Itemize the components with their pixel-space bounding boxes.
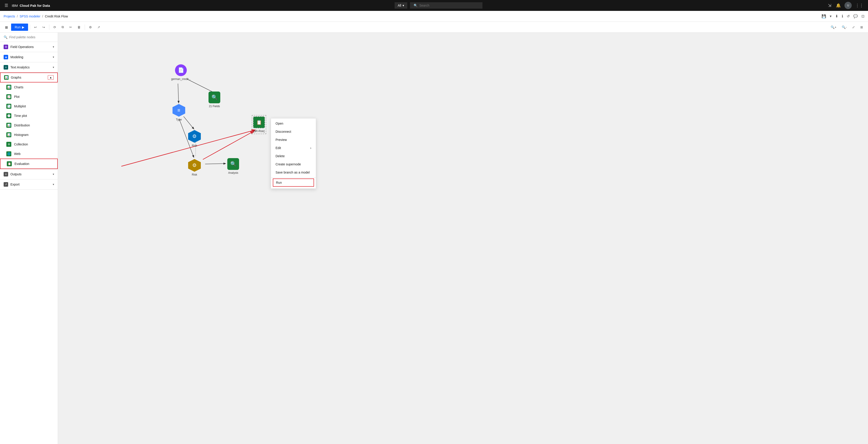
node-risk1-label: Risk bbox=[192, 144, 197, 147]
zoom-in-button[interactable]: 🔍+ bbox=[828, 24, 839, 30]
context-menu-create-supernode[interactable]: Create supernode bbox=[271, 160, 316, 168]
node-sr-risk-shape: 📋 bbox=[253, 116, 265, 128]
search-input[interactable] bbox=[419, 4, 465, 7]
context-menu-run[interactable]: Run bbox=[273, 178, 314, 187]
multiplot-label: Multiplot bbox=[14, 105, 26, 108]
context-menu-disconnect[interactable]: Disconnect bbox=[271, 127, 316, 136]
sidebar-section-modeling: ◈ Modeling ▾ bbox=[0, 52, 58, 62]
svg-line-0 bbox=[178, 84, 179, 103]
outputs-header[interactable]: ≡ Outputs ▾ bbox=[0, 169, 58, 179]
run-label: Run bbox=[15, 25, 21, 29]
node-risk2[interactable]: ⚙ Risk bbox=[188, 159, 201, 176]
search-palette[interactable]: 🔍 bbox=[0, 33, 58, 42]
distribution-icon: 📊 bbox=[6, 123, 11, 128]
node-risk1[interactable]: ⚙ Risk bbox=[188, 130, 201, 147]
sidebar-item-multiplot[interactable]: 📉 Multiplot bbox=[0, 101, 58, 111]
run-button[interactable]: Run ▶ bbox=[11, 24, 28, 31]
redo-button[interactable]: ↪ bbox=[40, 24, 47, 30]
collection-label: Collection bbox=[14, 143, 28, 146]
context-menu-preview[interactable]: Preview bbox=[271, 136, 316, 144]
node-21fields[interactable]: 🔍 21 Fields bbox=[209, 91, 220, 108]
switch-icon[interactable]: ⇲ bbox=[827, 2, 832, 9]
cut-button[interactable]: ✂ bbox=[67, 24, 74, 30]
field-operations-header[interactable]: ⚙ Field Operations ▾ bbox=[0, 42, 58, 52]
run-play-icon: ▶ bbox=[22, 25, 25, 29]
export-button[interactable]: ↗ bbox=[95, 24, 102, 30]
node-sr-risk[interactable]: 📋 [$R-Risk] bbox=[253, 116, 265, 133]
node-analysis[interactable]: 🔍 Analysis bbox=[227, 158, 239, 174]
graphs-header[interactable]: 📊 Graphs ▲ bbox=[0, 72, 58, 83]
app-switcher-icon[interactable]: ⋮⋮ bbox=[855, 2, 864, 9]
export-header[interactable]: ↗ Export ▾ bbox=[0, 179, 58, 189]
sidebar-item-charts[interactable]: 📊 Charts bbox=[0, 83, 58, 92]
sidebar-item-histogram[interactable]: 📊 Histogram bbox=[0, 130, 58, 140]
graphs-icon: 📊 bbox=[4, 75, 9, 80]
sidebar-item-collection[interactable]: ⚙ Collection bbox=[0, 140, 58, 149]
all-dropdown[interactable]: All ▾ bbox=[395, 2, 407, 9]
settings-button[interactable]: ⚙ bbox=[87, 24, 94, 30]
context-menu-delete[interactable]: Delete bbox=[271, 152, 316, 160]
history-icon[interactable]: ↺ bbox=[847, 14, 850, 18]
sidebar-item-plot[interactable]: 📈 Plot bbox=[0, 92, 58, 101]
outputs-icon: ≡ bbox=[4, 172, 8, 176]
node-german-credit-label: german_credit... bbox=[171, 78, 191, 81]
web-icon: 🌐 bbox=[6, 151, 11, 156]
sidebar-item-web[interactable]: 🌐 Web bbox=[0, 149, 58, 158]
undo-button[interactable]: ↩ bbox=[32, 24, 39, 30]
info-icon[interactable]: ℹ bbox=[842, 14, 843, 18]
outputs-chevron-icon: ▾ bbox=[53, 173, 54, 176]
search-icon: 🔍 bbox=[414, 4, 417, 7]
hamburger-icon[interactable]: ☰ bbox=[4, 2, 9, 9]
save-icon[interactable]: 💾 bbox=[822, 14, 826, 18]
text-analytics-header[interactable]: ≡ Text Analytics ▾ bbox=[0, 62, 58, 72]
node-type[interactable]: ≡ Type bbox=[173, 104, 185, 121]
sidebar-item-distribution[interactable]: 📊 Distribution bbox=[0, 120, 58, 130]
time-plot-icon: 🕐 bbox=[6, 113, 11, 118]
graphs-collapse-icon[interactable]: ▲ bbox=[48, 75, 54, 80]
context-menu-divider bbox=[271, 177, 316, 178]
save-dropdown-icon[interactable]: ▾ bbox=[830, 14, 832, 18]
sidebar-item-time-plot[interactable]: 🕐 Time plot bbox=[0, 111, 58, 120]
text-analytics-chevron-icon: ▾ bbox=[53, 66, 54, 69]
breadcrumb-projects[interactable]: Projects bbox=[4, 14, 15, 18]
modeling-icon: ◈ bbox=[4, 55, 8, 59]
copy-button[interactable]: ⧉ bbox=[59, 24, 66, 30]
brand-pak: Cloud Pak for Data bbox=[20, 4, 50, 7]
breadcrumb-icons: 💾 ▾ ⬇ ℹ ↺ 💬 ⊡ bbox=[822, 14, 864, 18]
comment-icon[interactable]: 💬 bbox=[853, 14, 858, 18]
text-analytics-icon: ≡ bbox=[4, 65, 8, 69]
node-german-credit[interactable]: 📄 german_credit... bbox=[171, 64, 191, 81]
brand: IBM Cloud Pak for Data bbox=[12, 4, 50, 7]
plot-icon: 📈 bbox=[6, 94, 11, 99]
notification-icon[interactable]: 🔔 bbox=[835, 2, 842, 9]
context-menu: Open Disconnect Preview Edit › Delete Cr… bbox=[271, 118, 316, 189]
brand-ibm: IBM bbox=[12, 4, 18, 7]
download-icon[interactable]: ⬇ bbox=[835, 14, 838, 18]
export-icon: ↗ bbox=[4, 182, 8, 187]
context-menu-open[interactable]: Open bbox=[271, 119, 316, 127]
export-chevron-icon: ▾ bbox=[53, 183, 54, 186]
modeling-header[interactable]: ◈ Modeling ▾ bbox=[0, 52, 58, 62]
delete-button[interactable]: 🗑 bbox=[75, 24, 83, 30]
avatar[interactable]: U bbox=[844, 2, 852, 9]
zoom-out-button[interactable]: 🔍- bbox=[839, 24, 849, 30]
node-analysis-shape: 🔍 bbox=[227, 158, 239, 170]
sidebar-section-field-operations: ⚙ Field Operations ▾ bbox=[0, 42, 58, 52]
breadcrumb-spss[interactable]: SPSS modeler bbox=[20, 14, 40, 18]
search-bar[interactable]: 🔍 bbox=[410, 2, 483, 9]
connect-button[interactable]: ⟳ bbox=[51, 24, 58, 30]
context-menu-edit[interactable]: Edit › bbox=[271, 144, 316, 152]
main-layout: 🔍 ⚙ Field Operations ▾ ◈ Modeling ▾ bbox=[0, 33, 868, 444]
distribution-label: Distribution bbox=[14, 123, 30, 127]
fit-view-button[interactable]: ⤢ bbox=[850, 24, 857, 30]
canvas-connections bbox=[58, 33, 868, 444]
node-risk2-shape: ⚙ bbox=[188, 159, 201, 172]
minimap-button[interactable]: ⊞ bbox=[858, 24, 865, 30]
layout-icon[interactable]: ⊡ bbox=[862, 14, 864, 18]
node-risk1-shape: ⚙ bbox=[188, 130, 201, 143]
sidebar-item-evaluation[interactable]: 📋 Evaluation bbox=[0, 158, 58, 169]
search-palette-input[interactable] bbox=[9, 35, 54, 39]
palette-toggle-button[interactable]: ▦ bbox=[3, 24, 10, 30]
canvas[interactable]: 📄 german_credit... ≡ Type 🔍 21 Fields ⚙ … bbox=[58, 33, 868, 444]
context-menu-save-branch[interactable]: Save branch as a model bbox=[271, 168, 316, 176]
